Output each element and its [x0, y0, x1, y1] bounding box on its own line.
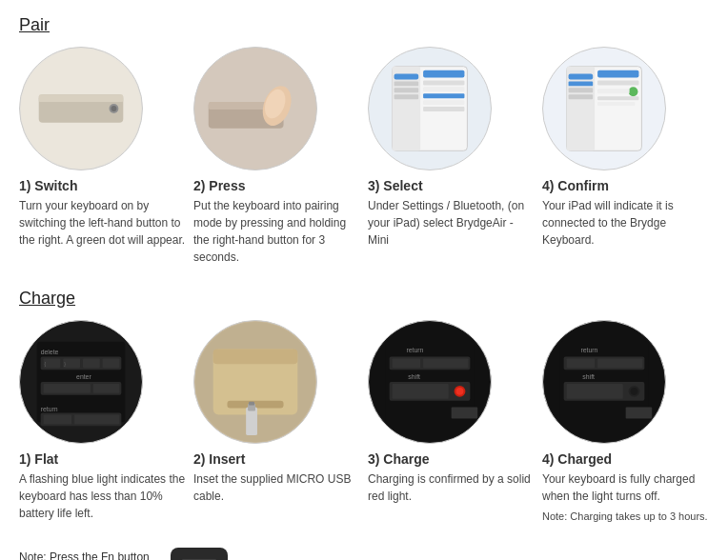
- svg-point-4: [111, 106, 117, 111]
- svg-rect-21: [423, 100, 464, 105]
- pair-step-3-label: 3) Select: [368, 178, 423, 193]
- charge-step-3-label: 3) Charge: [368, 451, 430, 467]
- charge-step-1: delete { } enter return: [19, 320, 186, 522]
- svg-rect-42: [83, 358, 100, 368]
- svg-rect-16: [394, 94, 419, 99]
- svg-point-32: [629, 87, 638, 96]
- svg-text:return: return: [580, 347, 597, 353]
- pair-image-3: [368, 47, 492, 170]
- charge-step-4-label: 4) Charged: [542, 451, 612, 467]
- charge-steps-row: delete { } enter return: [19, 320, 709, 525]
- charge-image-2: [193, 320, 317, 444]
- svg-rect-18: [423, 80, 464, 85]
- pair-steps-row: 1) Switch Turn your keyboard on by switc…: [19, 47, 709, 266]
- svg-point-71: [456, 388, 464, 395]
- svg-rect-69: [393, 384, 449, 399]
- charge-step-2-desc: Inset the supplied MICRO USB cable.: [193, 470, 360, 505]
- svg-rect-27: [569, 81, 594, 86]
- svg-rect-43: [103, 358, 120, 368]
- charge-step-3-desc: Charging is confirmed by a solid red lig…: [368, 470, 535, 505]
- svg-rect-49: [93, 384, 120, 393]
- charge-step-1-label: 1) Flat: [19, 451, 58, 467]
- charge-step-1-desc: A flashing blue light indicates the keyb…: [19, 470, 186, 522]
- charge-title: Charge: [19, 289, 709, 309]
- svg-rect-30: [597, 70, 638, 78]
- pair-step-2: 2) Press Put the keyboard into pairing m…: [193, 47, 360, 266]
- svg-rect-48: [44, 384, 91, 393]
- pair-step-2-label: 2) Press: [193, 178, 245, 193]
- pair-step-4-desc: Your iPad will indicate it is connected …: [542, 197, 709, 249]
- pair-image-4: [542, 47, 666, 170]
- pair-step-4-label: 4) Confirm: [542, 178, 609, 193]
- svg-rect-34: [597, 96, 638, 100]
- svg-rect-53: [74, 414, 119, 424]
- svg-text:delete: delete: [41, 349, 59, 355]
- svg-rect-60: [249, 402, 254, 406]
- svg-rect-41: [63, 358, 80, 368]
- pair-step-3-desc: Under Settings / Bluetooth, (on your iPa…: [368, 197, 535, 249]
- pair-step-2-desc: Put the keyboard into pairing mode by pr…: [193, 197, 360, 266]
- pair-image-2: [193, 47, 317, 170]
- svg-rect-40: [44, 358, 61, 368]
- svg-rect-84: [626, 408, 653, 419]
- svg-text:return: return: [41, 406, 58, 412]
- svg-rect-2: [39, 94, 124, 102]
- charge-step-4-desc: Your keyboard is fully charged when the …: [542, 470, 709, 505]
- svg-rect-29: [569, 94, 594, 99]
- svg-rect-19: [423, 87, 464, 91]
- charge-image-3: return shift: [368, 320, 492, 444]
- svg-rect-33: [597, 89, 629, 93]
- pair-step-1: 1) Switch Turn your keyboard on by switc…: [19, 47, 186, 249]
- charge-image-1: delete { } enter return: [19, 320, 143, 444]
- charge-step-2-label: 2) Insert: [193, 451, 245, 467]
- charge-step-3: return shift 3) Charge Charging is confi…: [368, 320, 535, 505]
- svg-rect-35: [597, 102, 635, 106]
- svg-rect-22: [423, 107, 464, 111]
- svg-rect-26: [569, 74, 594, 80]
- pair-step-1-desc: Turn your keyboard on by switching the l…: [19, 197, 186, 249]
- svg-text:enter: enter: [76, 373, 91, 380]
- svg-rect-28: [569, 88, 594, 92]
- svg-rect-15: [394, 88, 419, 92]
- svg-rect-20: [423, 93, 464, 98]
- svg-rect-17: [423, 70, 464, 78]
- svg-rect-52: [44, 414, 72, 424]
- svg-text:shift: shift: [408, 373, 420, 380]
- svg-rect-78: [597, 358, 642, 368]
- pair-step-1-label: 1) Switch: [19, 178, 77, 193]
- svg-rect-58: [246, 408, 257, 436]
- pair-step-4: 4) Confirm Your iPad will indicate it is…: [542, 47, 709, 249]
- charge-step-4-note: Note: Charging takes up to 3 hours.: [542, 509, 708, 525]
- bottom-note-text: Note: Press the Fn button to access the …: [19, 549, 155, 560]
- keyboard-icon: [171, 548, 228, 561]
- pair-image-1: [19, 47, 143, 170]
- svg-rect-77: [567, 358, 596, 368]
- svg-rect-13: [394, 74, 419, 80]
- svg-text:shift: shift: [582, 373, 595, 380]
- pair-title: Pair: [19, 15, 709, 35]
- charge-image-4: return shift: [542, 320, 666, 444]
- svg-rect-31: [597, 80, 638, 85]
- svg-rect-72: [452, 408, 478, 419]
- bottom-note-row: Note: Press the Fn button to access the …: [19, 548, 709, 561]
- svg-rect-65: [393, 358, 421, 368]
- svg-rect-81: [567, 384, 623, 399]
- pair-section: Pair 1) Switch Turn your keyboard on by …: [19, 15, 709, 266]
- charge-step-4: return shift 4) Charged Your keyboard is…: [542, 320, 709, 525]
- svg-rect-14: [394, 81, 419, 86]
- svg-text:return: return: [406, 347, 423, 353]
- charge-step-2: 2) Insert Inset the supplied MICRO USB c…: [193, 320, 360, 505]
- svg-point-83: [631, 388, 638, 395]
- charge-section: Charge delete { } en: [19, 289, 709, 525]
- pair-step-3: 3) Select Under Settings / Bluetooth, (o…: [368, 47, 535, 249]
- svg-rect-56: [213, 350, 298, 365]
- svg-rect-66: [423, 358, 468, 368]
